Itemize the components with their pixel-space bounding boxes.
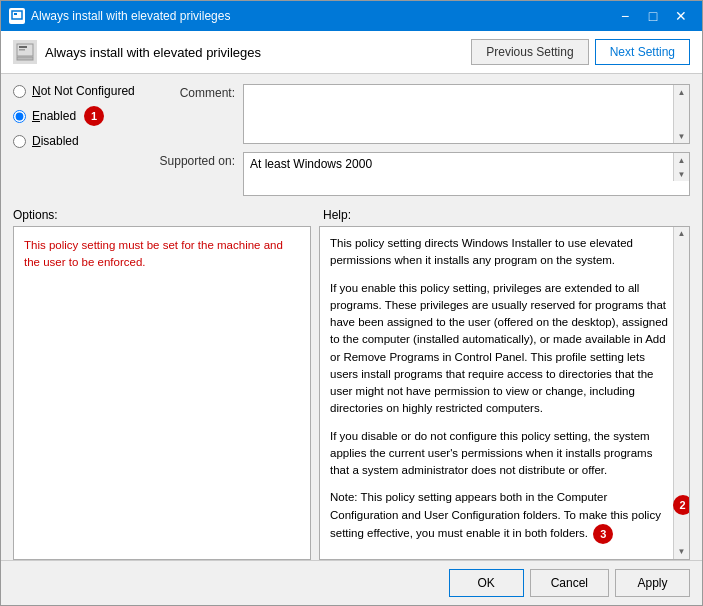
enabled-radio[interactable] <box>13 110 26 123</box>
section-labels: Options: Help: <box>1 206 702 226</box>
supported-box: At least Windows 2000 ▲ ▼ <box>243 152 690 196</box>
comment-label: Comment: <box>155 84 235 100</box>
help-panel[interactable]: This policy setting directs Windows Inst… <box>319 226 690 560</box>
options-section-label: Options: <box>13 208 323 222</box>
supported-scrollbar[interactable]: ▲ ▼ <box>673 153 689 181</box>
help-section-label: Help: <box>323 208 351 222</box>
bottom-bar: OK Cancel Apply <box>1 560 702 605</box>
content-area: Not Not Configured Enabled 1 Disabled Co… <box>1 74 702 605</box>
prev-setting-button[interactable]: Previous Setting <box>471 39 588 65</box>
header-left: Always install with elevated privileges <box>13 40 261 64</box>
comment-box: ▲ ▼ <box>243 84 690 144</box>
close-button[interactable]: ✕ <box>668 6 694 26</box>
radio-group: Not Not Configured Enabled 1 Disabled <box>13 84 143 196</box>
help-para-1: This policy setting directs Windows Inst… <box>330 235 669 270</box>
maximize-button[interactable]: □ <box>640 6 666 26</box>
panels-area: This policy setting must be set for the … <box>13 226 690 560</box>
badge-3: 3 <box>593 524 613 544</box>
not-configured-option[interactable]: Not Not Configured <box>13 84 143 98</box>
sup-scroll-down[interactable]: ▼ <box>675 167 689 181</box>
cancel-button[interactable]: Cancel <box>530 569 609 597</box>
svg-rect-4 <box>19 49 25 51</box>
ok-button[interactable]: OK <box>449 569 524 597</box>
comment-textarea[interactable] <box>244 85 673 143</box>
comment-row: Comment: ▲ ▼ <box>155 84 690 144</box>
disabled-option[interactable]: Disabled <box>13 134 143 148</box>
enabled-option[interactable]: Enabled 1 <box>13 106 143 126</box>
options-text: This policy setting must be set for the … <box>24 237 300 272</box>
not-configured-radio[interactable] <box>13 85 26 98</box>
not-configured-label: Not Not Configured <box>32 84 135 98</box>
scroll-down-arrow[interactable]: ▼ <box>675 129 689 143</box>
enabled-label: Enabled <box>32 109 76 123</box>
header-title: Always install with elevated privileges <box>45 45 261 60</box>
svg-rect-1 <box>14 13 17 15</box>
right-fields: Comment: ▲ ▼ Supported on: At least Wind… <box>155 84 690 196</box>
main-window: Always install with elevated privileges … <box>0 0 703 606</box>
minimize-button[interactable]: − <box>612 6 638 26</box>
nav-buttons: Previous Setting Next Setting <box>471 39 690 65</box>
help-scroll-down[interactable]: ▼ <box>675 545 689 559</box>
window-controls: − □ ✕ <box>612 6 694 26</box>
svg-rect-5 <box>17 57 33 60</box>
disabled-radio[interactable] <box>13 135 26 148</box>
enabled-badge: 1 <box>84 106 104 126</box>
header-bar: Always install with elevated privileges … <box>1 31 702 74</box>
title-bar: Always install with elevated privileges … <box>1 1 702 31</box>
help-scroll-up[interactable]: ▲ <box>675 227 689 241</box>
scroll-up-arrow[interactable]: ▲ <box>675 85 689 99</box>
help-para-4: Note: This policy setting appears both i… <box>330 489 669 544</box>
options-panel: This policy setting must be set for the … <box>13 226 311 560</box>
apply-button[interactable]: Apply <box>615 569 690 597</box>
help-para-3: If you disable or do not configure this … <box>330 428 669 480</box>
next-setting-button[interactable]: Next Setting <box>595 39 690 65</box>
top-section: Not Not Configured Enabled 1 Disabled Co… <box>1 74 702 206</box>
policy-icon <box>13 40 37 64</box>
title-bar-left: Always install with elevated privileges <box>9 8 230 24</box>
supported-label: Supported on: <box>155 152 235 168</box>
window-icon <box>9 8 25 24</box>
supported-row: Supported on: At least Windows 2000 ▲ ▼ <box>155 152 690 196</box>
comment-scrollbar[interactable]: ▲ ▼ <box>673 85 689 143</box>
disabled-label: Disabled <box>32 134 79 148</box>
help-scrollbar[interactable]: ▲ 2 ▼ <box>673 227 689 559</box>
supported-value: At least Windows 2000 <box>244 153 673 175</box>
help-para-2: If you enable this policy setting, privi… <box>330 280 669 418</box>
window-title: Always install with elevated privileges <box>31 9 230 23</box>
svg-rect-3 <box>19 46 27 48</box>
sup-scroll-up[interactable]: ▲ <box>675 153 689 167</box>
badge-2: 2 <box>673 495 691 515</box>
